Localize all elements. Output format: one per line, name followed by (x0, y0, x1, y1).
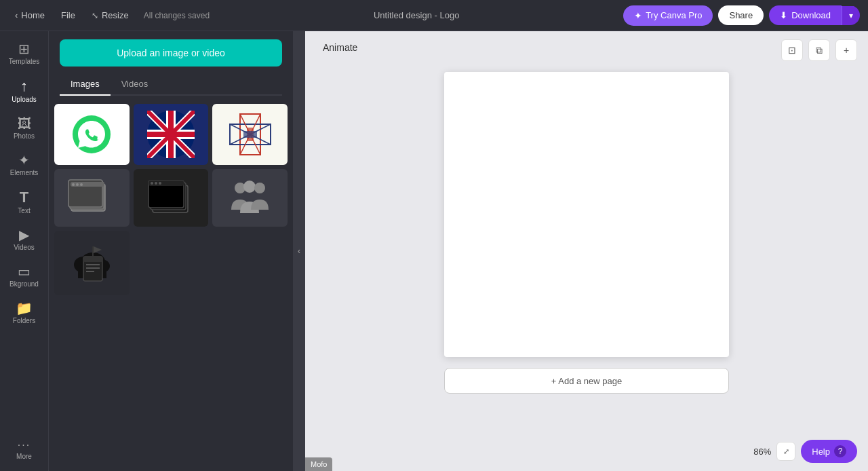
tab-videos[interactable]: Videos (111, 73, 159, 96)
sidebar-item-label: Text (18, 207, 30, 214)
list-item[interactable] (212, 104, 288, 165)
tab-videos-label: Videos (121, 79, 149, 89)
nav-right: ✦ Try Canva Pro Share ⬇ Download ▾ (623, 5, 860, 26)
templates-icon: ⊞ (18, 42, 30, 56)
file-button[interactable]: File (54, 7, 82, 24)
svg-point-25 (76, 183, 79, 186)
download-options-button[interactable]: ▾ (842, 6, 860, 25)
sidebar-item-templates[interactable]: ⊞ Templates (4, 37, 45, 71)
help-label: Help (812, 447, 830, 457)
download-icon: ⬇ (780, 10, 787, 20)
try-pro-button[interactable]: ✦ Try Canva Pro (623, 5, 713, 26)
sidebar-item-label: More (16, 453, 32, 460)
add-tool-button[interactable]: + (835, 39, 857, 61)
add-page-button[interactable]: + Add a new page (444, 368, 729, 394)
list-item[interactable] (54, 231, 130, 295)
svg-rect-42 (83, 257, 102, 262)
folders-icon: 📁 (16, 301, 33, 315)
list-item[interactable] (54, 104, 130, 165)
help-button[interactable]: Help ? (801, 440, 857, 463)
download-button[interactable]: ⬇ Download (769, 5, 842, 25)
position-tool-button[interactable]: ⊡ (781, 39, 803, 61)
add-page-label: + Add a new page (551, 376, 622, 386)
svg-point-36 (254, 183, 265, 193)
panel-content (49, 96, 293, 471)
download-button-group: ⬇ Download ▾ (769, 5, 860, 25)
list-item[interactable] (212, 169, 288, 227)
animate-button[interactable]: Animate (316, 38, 364, 57)
sidebar-item-label: Uploads (12, 96, 37, 103)
sidebar-item-uploads[interactable]: ↑ Uploads (4, 73, 45, 109)
upload-button-label: Upload an image or video (117, 48, 225, 58)
list-item[interactable] (134, 104, 209, 165)
sidebar-item-label: Videos (14, 244, 34, 251)
svg-point-31 (151, 182, 153, 185)
tab-images[interactable]: Images (60, 73, 111, 96)
chevron-left-icon: ‹ (15, 10, 18, 20)
sidebar: ⊞ Templates ↑ Uploads 🖼 Photos ✦ Element… (0, 31, 49, 471)
sidebar-item-photos[interactable]: 🖼 Photos (4, 111, 45, 145)
sidebar-item-videos[interactable]: ▶ Videos (4, 223, 45, 257)
list-item[interactable] (54, 169, 130, 227)
sidebar-item-more[interactable]: ··· More (4, 434, 45, 466)
top-nav: ‹ Home File ⤡ Resize All changes saved U… (0, 0, 868, 31)
animate-label: Animate (323, 42, 357, 53)
panel-tabs: Images Videos (60, 73, 282, 96)
copy-tool-button[interactable]: ⧉ (808, 39, 830, 61)
resize-button[interactable]: ⤡ Resize (85, 7, 136, 24)
home-button[interactable]: ‹ Home (8, 7, 52, 24)
chevron-down-icon: ▾ (849, 11, 853, 20)
sidebar-item-background[interactable]: ▭ Bkground (4, 259, 45, 293)
sidebar-item-label: Photos (14, 132, 35, 140)
svg-point-35 (243, 181, 256, 193)
list-item[interactable] (134, 169, 209, 227)
share-label: Share (729, 10, 753, 20)
help-icon: ? (834, 445, 846, 457)
copy-icon: ⧉ (816, 45, 823, 56)
video-icon: ▶ (19, 228, 29, 242)
document-title: Untitled design - Logo (374, 10, 459, 20)
sidebar-item-folders[interactable]: 📁 Folders (4, 296, 45, 330)
svg-point-33 (159, 182, 161, 185)
canvas-area: Animate ⊡ ⧉ + + Add a new page 86% ⤢ (305, 31, 868, 471)
add-icon: + (844, 45, 849, 56)
hide-panel-button[interactable]: ‹ (293, 31, 305, 471)
upload-button[interactable]: Upload an image or video (60, 39, 282, 67)
svg-marker-47 (94, 246, 102, 253)
mofo-watermark: Mofo (305, 457, 332, 471)
fullscreen-button[interactable]: ⤢ (776, 442, 795, 461)
canvas-toolbar: ⊡ ⧉ + (781, 39, 857, 61)
uploads-icon: ↑ (20, 79, 28, 94)
svg-rect-19 (243, 131, 257, 138)
background-icon: ▭ (18, 265, 31, 278)
sidebar-item-label: Bkground (9, 280, 39, 288)
file-label: File (61, 10, 75, 20)
download-label: Download (791, 10, 831, 20)
resize-icon: ⤡ (92, 11, 98, 20)
svg-point-32 (155, 182, 157, 185)
svg-rect-30 (149, 181, 184, 186)
home-label: Home (21, 10, 45, 20)
autosave-status: All changes saved (144, 11, 210, 20)
fullscreen-icon: ⤢ (783, 447, 789, 456)
bottom-right-controls: 86% ⤢ Help ? (753, 440, 857, 463)
share-button[interactable]: Share (718, 5, 764, 25)
uploads-panel: Upload an image or video Images Videos (49, 31, 293, 471)
svg-rect-23 (71, 182, 104, 187)
svg-rect-46 (92, 246, 94, 257)
photos-icon: 🖼 (18, 117, 31, 130)
svg-point-26 (80, 183, 83, 186)
sidebar-item-label: Elements (10, 169, 39, 176)
sidebar-item-label: Folders (13, 317, 35, 324)
canvas-page[interactable] (444, 72, 729, 357)
tab-images-label: Images (71, 79, 100, 89)
text-icon: T (20, 190, 28, 205)
zoom-level: 86% (753, 447, 771, 457)
elements-icon: ✦ (18, 153, 30, 167)
main-layout: ⊞ Templates ↑ Uploads 🖼 Photos ✦ Element… (0, 31, 868, 471)
canva-icon: ✦ (634, 10, 642, 21)
sidebar-item-text[interactable]: T Text (4, 185, 45, 220)
image-grid (54, 104, 288, 295)
sidebar-item-elements[interactable]: ✦ Elements (4, 148, 45, 182)
sidebar-item-label: Templates (9, 58, 40, 65)
